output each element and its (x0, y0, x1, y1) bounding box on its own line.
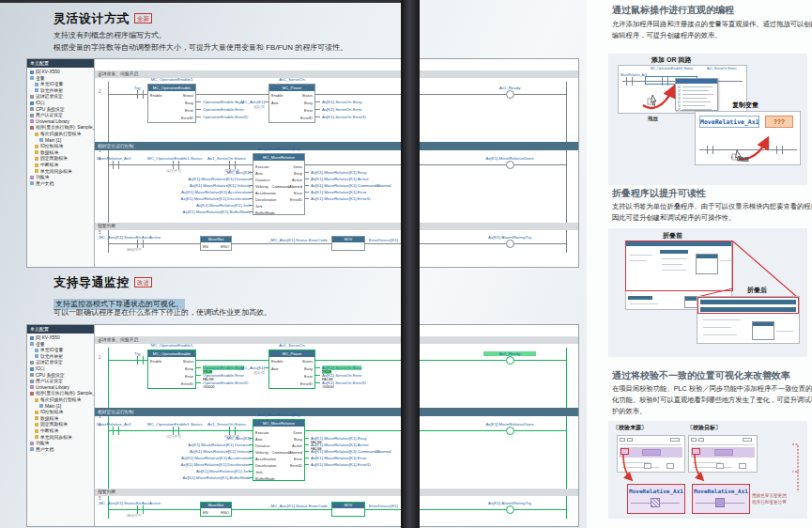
fb-pin: Velocity (255, 184, 268, 189)
ladder-line (691, 444, 754, 445)
fb-title: MC_MoveRelative (253, 154, 304, 161)
gear-icon (30, 114, 34, 117)
tree-item-label: 单元间同步模块 (40, 435, 94, 441)
wire (305, 438, 309, 439)
fb-title: MoveWait (201, 503, 231, 508)
wire (305, 451, 309, 452)
fb-pin: CommandAborted (272, 184, 302, 189)
tree-item-label: 用户文档 (36, 447, 94, 453)
wire (196, 109, 201, 110)
coil-symbol (506, 161, 514, 169)
in-var-label: Ax[K1].MoveRelative[K1].Distance (147, 443, 251, 447)
wire (513, 164, 566, 165)
contact-symbol (626, 77, 633, 85)
in-var-label: Ax[K1].MoveRelative[K1].Deceleration (147, 462, 251, 467)
fb-title: MOV (332, 503, 364, 508)
fb-pin: ErrorID (181, 116, 193, 120)
wire (249, 444, 253, 445)
fb-title: MC_OperationEnable (148, 350, 195, 357)
fb-pin: Error (185, 374, 193, 379)
tree-tab: 单元配置 (27, 59, 94, 68)
tree-item-label: 每次扫描执行型模块 (40, 397, 94, 403)
wire (249, 185, 253, 186)
wire (249, 205, 253, 206)
folded-region-highlight (697, 297, 799, 314)
folder-icon (35, 163, 38, 167)
rung-number: 1 (99, 339, 101, 344)
changed-element (714, 449, 733, 456)
toolbar-chip (627, 438, 633, 442)
zoomed-change-source: MoveRelative_Ax1 (627, 484, 685, 514)
kv-studio-screenshot-monitor: 单元配置[0] KV-X550变量单元IO变量软元件映射运转记录设定IO口CPU… (26, 324, 579, 527)
tree-item-label: 数据模块 (40, 150, 94, 156)
fb-pin: Enable (150, 359, 161, 364)
drag-drop-label: 拖放 (739, 156, 749, 163)
drag-arrow (720, 131, 780, 164)
lib-icon (30, 442, 34, 445)
fb-instance-label: MC_OperationEnable1 (147, 343, 196, 348)
in-var-label: Ax[K1].MoveRelative[K1].Jerk (147, 203, 251, 208)
contact-sub: 轴动作中 (127, 514, 142, 519)
ladder-canvas: 运转准备、伺服开启12345TrgMC_OperationEnable1MC_O… (95, 59, 578, 267)
fb-chip (739, 463, 746, 469)
wire (305, 464, 309, 465)
rung-comment-bar: 报警判断 (95, 223, 578, 230)
tree-item-label: 运转记录设定 (36, 94, 94, 100)
fb-block: MC_PowerEnableAxisStatusBusyErrorErrorID (268, 84, 315, 123)
monitor-value: #00000 (203, 385, 215, 390)
variable-placeholder-box: ??? (765, 116, 793, 128)
contact-sub: 轴动作中 (127, 248, 142, 253)
wire (196, 382, 201, 383)
tree-item-label: 功能块 (36, 175, 94, 180)
doc-icon (35, 88, 38, 92)
deleted-element-symbol (651, 498, 660, 507)
wire (196, 360, 268, 361)
right-section1-title: 通过鼠标操作进行直观的编程 (612, 4, 734, 17)
gear-icon (30, 373, 34, 377)
fb-pin: Error (304, 374, 313, 379)
fb-pin: Status (183, 93, 193, 98)
mini-var-label: MC_OperationEnable1.Status (651, 67, 693, 70)
tree-item-label: 软元件映射 (40, 88, 94, 94)
fb-block: MC_PowerEnableAxisStatusBusyErrorErrorID (268, 349, 315, 389)
right-section3-title: 通过将校验不一致的位置可视化来改善效率 (612, 369, 790, 382)
fb-pin: Execute (255, 430, 268, 435)
wire (196, 101, 201, 102)
contact-symbol (113, 427, 119, 435)
gear-icon (30, 107, 34, 111)
in-var-label: Ax[K1].MoveRelative[K1].Velocity (147, 449, 251, 454)
coil-symbol (506, 356, 514, 365)
fb-pin: Axis (271, 101, 279, 105)
wire (315, 375, 320, 376)
in-var-label: _MC_Axis[K1].Status.ErrorCode (236, 238, 328, 242)
out-var-label: OperationEnable.ErrorID (203, 115, 248, 119)
fb-pin: Deceleration (255, 197, 276, 202)
wire (265, 101, 268, 102)
out-var-label: ErrorDevice[K1] (369, 238, 398, 242)
contact-label: MC_OperationEnable1.Status (147, 422, 202, 427)
tree-item-label: 中断模块 (40, 163, 94, 168)
fb-pin: Axis (255, 171, 263, 176)
ladder-canvas-monitor: 运转准备、伺服开启12345TrgMC_OperationEnable1MC_O… (95, 325, 578, 526)
fb-instance-label: Ax1_MoveRelative[K1] (236, 147, 322, 151)
fb-pin: Jerk (255, 204, 263, 209)
tree-item-label: 单元IO变量 (40, 348, 94, 353)
doc-icon (35, 83, 38, 86)
fb-title: MC_Power (269, 350, 314, 357)
fb-instance-label: Ax1_ServoOn (268, 77, 315, 82)
tree-item-label: Universal Library (36, 385, 94, 391)
fb-block: MC_OperationEnableEnableStatusBusyErrorE… (147, 84, 196, 123)
tree-item-label: 固定周期模块 (40, 422, 94, 427)
section1-body-line2: 根据变量的字符数等自动调整部件大小，可提升大量使用变量和 FB/FUN 的程序可… (54, 41, 347, 54)
rung-number: 2 (99, 355, 101, 360)
wire (305, 179, 309, 179)
fb-block: MC_OperationEnableEnableStatusBusyErrorE… (147, 349, 196, 389)
right-section2-title: 折叠程序以提升可读性 (612, 187, 706, 200)
figure-verify-compare: 〔校验来源〕 〔校验目标〕 (608, 421, 807, 519)
toolbar-chip (670, 438, 680, 442)
verify-source-label: 〔校验来源〕 (613, 424, 647, 432)
wire (108, 509, 200, 510)
drag-arrow (637, 81, 682, 113)
catalog-spread: 灵活设计方式全新 支持没有列概念的程序编写方式。 根据变量的字符数等自动调整部件… (0, 0, 812, 528)
figure-label-add-or: 添加 OR 回路 (651, 55, 691, 65)
